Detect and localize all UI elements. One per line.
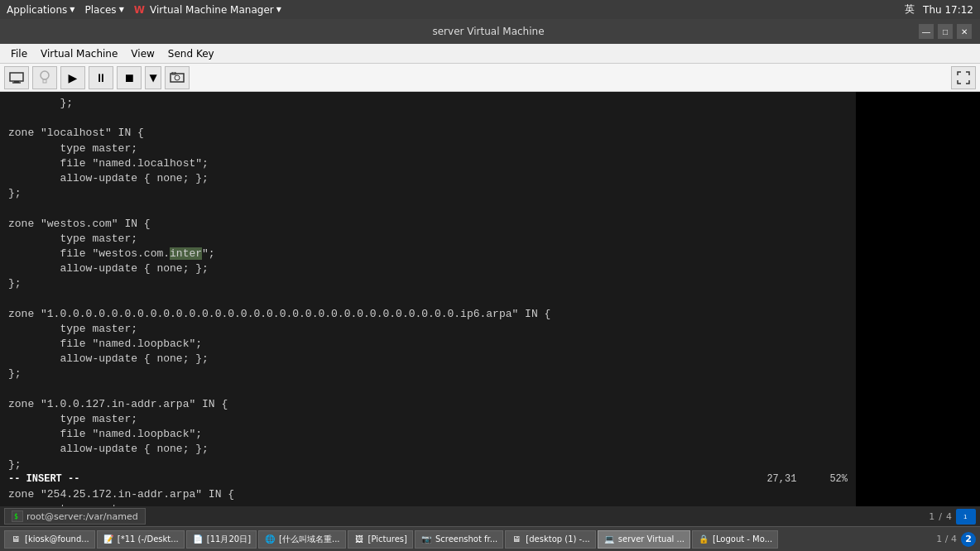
applications-menu[interactable]: Applications ▼ [7, 4, 74, 16]
screenshot-icon: 📷 [420, 534, 432, 545]
play-button[interactable]: ▶ [60, 66, 85, 89]
code-line-blank-4 [8, 382, 848, 397]
code-line-file-localhost: file "named.localhost"; [8, 156, 848, 171]
code-line-blank-1 [8, 111, 848, 126]
places-menu[interactable]: Places ▼ [84, 4, 123, 16]
terminal-tab-label: root@server:/var/named [26, 511, 138, 522]
toolbar: ▶ ⏸ ⏹ ▼ [0, 64, 980, 92]
vm-arrow: ▼ [276, 6, 281, 13]
svg-text:$: $ [14, 513, 18, 520]
dns-icon: 🌐 [264, 534, 276, 545]
svg-rect-0 [10, 73, 23, 81]
tab-page-current: 1 [929, 511, 934, 522]
lamp-button[interactable] [32, 66, 57, 89]
taskbar-page-badge: 2 [961, 532, 976, 547]
tab-page-info: 1 / 4 1 [929, 509, 976, 525]
taskbar-item-server[interactable]: 💻 server Virtual ... [598, 530, 690, 549]
code-line-allow-3: allow-update { none; }; [8, 352, 848, 367]
menu-view[interactable]: View [124, 44, 161, 63]
code-line-blank-2 [8, 201, 848, 216]
minimize-button[interactable]: — [919, 24, 934, 39]
terminal-tab-bar: $ root@server:/var/named 1 / 4 1 [0, 506, 980, 526]
pause-button[interactable]: ⏸ [89, 66, 113, 89]
taskbar-dns-label: [什么叫域名重... [279, 534, 339, 545]
cursor-position: 27,31 [766, 473, 796, 485]
svg-point-7 [175, 75, 180, 80]
taskbar-item-logout[interactable]: 🔒 [Logout - Mo... [692, 530, 778, 549]
taskbar-item-editor[interactable]: 📝 [*11 (-/Deskt... [97, 530, 185, 549]
right-sidebar [856, 92, 980, 506]
calendar-icon: 📄 [192, 534, 204, 545]
places-arrow: ▼ [119, 6, 124, 13]
taskbar-item-calendar[interactable]: 📄 [11月20日] [186, 530, 257, 549]
system-clock: Thu 17:12 [923, 4, 973, 16]
taskbar-editor-label: [*11 (-/Deskt... [118, 534, 179, 544]
taskbar-item-screenshot[interactable]: 📷 Screenshot fr... [415, 530, 503, 549]
terminal-tab[interactable]: $ root@server:/var/named [4, 508, 146, 525]
vm-manager-label: Virtual Machine Manager [150, 4, 274, 16]
screenshot-button[interactable] [165, 66, 190, 89]
terminal[interactable]: }; zone "localhost" IN { type master; fi… [0, 92, 856, 506]
window-title: server Virtual Machine [58, 26, 919, 37]
taskbar-item-dns[interactable]: 🌐 [什么叫域名重... [258, 530, 345, 549]
taskbar-item-kiosk[interactable]: 🖥 [kiosk@found... [4, 530, 95, 549]
code-line-allow-2: allow-update { none; }; [8, 261, 848, 276]
menu-send-key[interactable]: Send Key [161, 44, 221, 63]
svg-text:1: 1 [963, 513, 968, 520]
code-line-1: }; [8, 96, 848, 111]
tab-page-total: 4 [946, 511, 952, 522]
taskbar-pictures-label: [Pictures] [368, 534, 407, 544]
vim-status-bar: -- INSERT -- 27,31 52% [0, 470, 856, 488]
fullscreen-button[interactable] [951, 66, 976, 89]
terminal-icon: $ [12, 510, 23, 522]
code-line-close-1: }; [8, 186, 848, 201]
lang-indicator: 英 [905, 2, 915, 17]
code-line-file-loopback-2: file "named.loopback"; [8, 427, 848, 442]
code-line-type-master-3: type master; [8, 322, 848, 337]
taskbar-item-pictures[interactable]: 🖼 [Pictures] [348, 530, 413, 549]
code-line-zone-254: zone "254.25.172.in-addr.arpa" IN { [8, 487, 848, 502]
taskbar-page-indicator: 1 / 4 [936, 534, 957, 544]
code-line-allow-1: allow-update { none; }; [8, 171, 848, 186]
code-line-close-3: }; [8, 367, 848, 381]
editor-icon: 📝 [103, 534, 114, 545]
pictures-icon: 🖼 [353, 534, 365, 545]
code-line-zone-localhost: zone "localhost" IN { [8, 126, 848, 141]
power-dropdown[interactable]: ▼ [145, 66, 161, 89]
code-line-type-master-5: type master; [8, 502, 848, 506]
code-line-blank-3 [8, 291, 848, 306]
insert-mode-indicator: -- INSERT -- [8, 473, 79, 485]
menu-virtual-machine[interactable]: Virtual Machine [34, 44, 124, 63]
taskbar-logout-label: [Logout - Mo... [713, 534, 772, 544]
taskbar-server-label: server Virtual ... [618, 534, 685, 544]
vm-icon: W [134, 4, 145, 16]
taskbar-page-info: 1 / 4 2 [936, 532, 976, 547]
menu-file[interactable]: File [4, 44, 34, 63]
toolbar-right-area [951, 66, 976, 89]
taskbar-desktop-label: [desktop (1) -... [526, 534, 589, 544]
monitor-button[interactable] [4, 66, 29, 89]
taskbar-calendar-label: [11月20日] [207, 534, 251, 545]
code-line-zone-ipv6: zone "1.0.0.0.0.0.0.0.0.0.0.0.0.0.0.0.0.… [8, 307, 848, 322]
taskbar-item-desktop[interactable]: 🖥 [desktop (1) -... [505, 530, 595, 549]
applications-label: Applications [7, 4, 67, 16]
code-line-file-westos: file "westos.com.inter"; [8, 247, 848, 261]
title-bar: server Virtual Machine — □ ✕ [0, 19, 980, 44]
vm-manager-menu[interactable]: W Virtual Machine Manager ▼ [134, 4, 281, 16]
main-content: }; zone "localhost" IN { type master; fi… [0, 92, 980, 506]
taskbar-screenshot-label: Screenshot fr... [435, 534, 497, 544]
close-button[interactable]: ✕ [957, 24, 972, 39]
server-vm-icon: 💻 [603, 534, 615, 545]
code-line-zone-westos: zone "westos.com" IN { [8, 217, 848, 232]
menu-bar: File Virtual Machine View Send Key [0, 44, 980, 64]
tab-page-badge: 1 [956, 509, 976, 525]
maximize-button[interactable]: □ [938, 24, 953, 39]
highlighted-text: inter [170, 247, 202, 260]
stop-button[interactable]: ⏹ [117, 66, 142, 89]
svg-point-3 [41, 71, 49, 79]
desktop-icon: 🖥 [511, 534, 522, 545]
code-line-file-loopback-1: file "named.loopback"; [8, 337, 848, 352]
code-line-zone-127: zone "1.0.0.127.in-addr.arpa" IN { [8, 397, 848, 412]
taskbar: 🖥 [kiosk@found... 📝 [*11 (-/Deskt... 📄 [… [0, 526, 980, 551]
taskbar-kiosk-label: [kiosk@found... [25, 534, 89, 544]
